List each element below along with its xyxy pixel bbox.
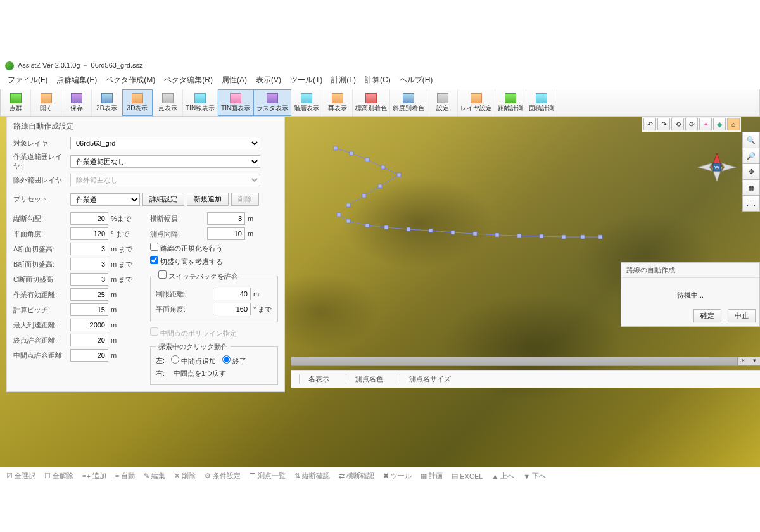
new-button[interactable]: 新規追加 (187, 193, 229, 206)
toolbar-斜度別着色[interactable]: 斜度別着色 (390, 89, 428, 116)
toolbar-2D表示[interactable]: 2D表示 (92, 89, 122, 116)
bottom-条件設定[interactable]: ⚙条件設定 (205, 471, 241, 481)
toolbar-ラスタ表示[interactable]: ラスタ表示 (253, 89, 291, 116)
bottom-自動[interactable]: ≡自動 (115, 471, 135, 481)
param-input[interactable] (70, 303, 108, 316)
panel-dropdown-icon[interactable]: ▾ (749, 357, 760, 365)
bottom-icon: ▼ (523, 472, 530, 480)
toolbar-開く[interactable]: 開く (31, 89, 61, 116)
menu-item[interactable]: ファイル(F) (4, 73, 51, 87)
toolbar-距離計測[interactable]: 距離計測 (495, 89, 526, 116)
consider-cut-check[interactable]: 切盛り高を考慮する (150, 256, 223, 267)
menubar: ファイル(F)点群編集(E)ベクタ作成(M)ベクタ編集(R)属性(A)表示(V)… (0, 72, 760, 89)
nav-redo-icon[interactable]: ↷ (657, 118, 670, 130)
menu-item[interactable]: 計算(C) (361, 73, 395, 87)
nav-undo-icon[interactable]: ↶ (643, 118, 656, 130)
dialog-ok-button[interactable]: 確定 (694, 309, 721, 322)
nav-home-icon[interactable]: ⌂ (727, 118, 740, 130)
menu-item[interactable]: 属性(A) (218, 73, 251, 87)
menu-item[interactable]: ツール(T) (286, 73, 326, 87)
toolbar-点表示[interactable]: 点表示 (153, 89, 183, 116)
toolbar-設定[interactable]: 設定 (428, 89, 458, 116)
param-input[interactable] (70, 258, 108, 270)
dialog-cancel-button[interactable]: 中止 (728, 309, 756, 322)
param-input[interactable] (213, 303, 251, 315)
svg-rect-15 (473, 232, 477, 236)
toolbar-点群[interactable]: 点群 (1, 89, 31, 116)
svg-rect-10 (365, 224, 369, 227)
nav-marker-icon[interactable]: ◆ (713, 118, 726, 130)
tab-item[interactable]: 名表示 (299, 374, 338, 384)
menu-item[interactable]: 点群編集(E) (53, 73, 101, 87)
bottom-横断確認[interactable]: ⇄横断確認 (339, 471, 374, 481)
tab-item[interactable]: 測点名色 (346, 374, 392, 384)
param-input[interactable] (70, 227, 108, 240)
bottom-全解除[interactable]: ☐全解除 (44, 471, 73, 481)
nav-rotate-right-icon[interactable]: ⟳ (685, 118, 698, 130)
menu-item[interactable]: ベクタ編集(R) (160, 73, 217, 87)
param-input[interactable] (207, 227, 245, 240)
bottom-全選択[interactable]: ☑全選択 (6, 471, 35, 481)
bottom-上へ[interactable]: ▲上へ (491, 471, 514, 481)
param-input[interactable] (70, 334, 108, 346)
zoom-out-icon[interactable]: 🔎 (742, 148, 760, 164)
param-input[interactable] (207, 212, 245, 225)
toolbar-icon (267, 93, 278, 103)
toolbar-TIN線表示[interactable]: TIN線表示 (183, 89, 218, 116)
param-input[interactable] (213, 288, 251, 300)
toolbar-icon (71, 93, 82, 103)
bottom-削除[interactable]: ✕削除 (174, 471, 196, 481)
switchback-check[interactable] (158, 270, 167, 279)
toolbar-レイヤ設定[interactable]: レイヤ設定 (458, 89, 495, 116)
bottom-計画[interactable]: ▦計画 (421, 471, 443, 481)
panel-close-icon[interactable]: × (737, 357, 749, 365)
left-end-radio[interactable]: 終了 (222, 355, 246, 366)
delete-button[interactable]: 削除 (231, 193, 259, 206)
toolbar-3D表示[interactable]: 3D表示 (122, 89, 153, 116)
param-input[interactable] (70, 243, 108, 255)
toolbar-階層表示[interactable]: 階層表示 (291, 89, 322, 116)
left-add-radio[interactable]: 中間点追加 (171, 355, 216, 366)
viewport-3d[interactable]: ↶ ↷ ⟲ ⟳ ✦ ◆ ⌂ 🔍 🔎 ✥ ▦ ⋮⋮ W 路線自動作成設定 対象レイ… (0, 117, 760, 471)
bottom-縦断確認[interactable]: ⇅縦断確認 (294, 471, 330, 481)
grid-icon[interactable]: ▦ (742, 179, 760, 196)
pan-icon[interactable]: ✥ (742, 163, 760, 180)
work-range-select[interactable]: 作業道範囲なし (70, 155, 260, 168)
toolbar-標高別着色[interactable]: 標高別着色 (353, 89, 390, 116)
toolbar-icon (41, 93, 52, 103)
bottom-測点一覧[interactable]: ☰測点一覧 (250, 471, 286, 481)
normalize-check[interactable]: 路線の正規化を行う (150, 243, 223, 253)
toolbar-面積計測[interactable]: 面積計測 (526, 89, 557, 116)
nav-star-icon[interactable]: ✦ (699, 118, 712, 130)
preset-select[interactable]: 作業道 (70, 193, 140, 206)
target-layer-select[interactable]: 06rd563_grd (70, 137, 260, 149)
detail-button[interactable]: 詳細設定 (142, 193, 184, 206)
menu-item[interactable]: 計測(L) (327, 73, 360, 87)
param-input[interactable] (70, 349, 108, 362)
points-icon[interactable]: ⋮⋮ (742, 195, 760, 212)
param-input[interactable] (70, 319, 108, 331)
bottom-EXCEL[interactable]: ▤EXCEL (452, 471, 483, 481)
svg-marker-24 (698, 163, 712, 171)
route-auto-panel: 路線自動作成設定 対象レイヤ:06rd563_grd 作業道範囲レイヤ:作業道範… (6, 117, 285, 392)
toolbar-icon (471, 93, 482, 103)
nav-rotate-left-icon[interactable]: ⟲ (671, 118, 684, 130)
param-input[interactable] (70, 288, 108, 301)
param-input[interactable] (70, 273, 108, 286)
toolbar-保存[interactable]: 保存 (61, 89, 92, 116)
toolbar-TIN面表示[interactable]: TIN面表示 (218, 89, 253, 116)
tab-item[interactable]: 測点名サイズ (400, 374, 460, 384)
toolbar-再表示[interactable]: 再表示 (322, 89, 353, 116)
menu-item[interactable]: ベクタ作成(M) (102, 73, 159, 87)
midpoly-check[interactable]: 中間点のポリライン指定 (150, 327, 237, 338)
menu-item[interactable]: ヘルプ(H) (396, 73, 437, 87)
menu-item[interactable]: 表示(V) (252, 73, 285, 87)
bottom-下へ[interactable]: ▼下へ (523, 471, 546, 481)
bottom-追加[interactable]: ≡+追加 (82, 471, 106, 481)
bottom-ツール[interactable]: ✖ツール (383, 471, 412, 481)
exclude-range-select[interactable]: 除外範囲なし (70, 174, 260, 186)
param-input[interactable] (70, 212, 108, 225)
bottom-編集[interactable]: ✎編集 (144, 471, 165, 481)
toolbar-icon (230, 93, 241, 103)
zoom-in-icon[interactable]: 🔍 (742, 132, 760, 148)
